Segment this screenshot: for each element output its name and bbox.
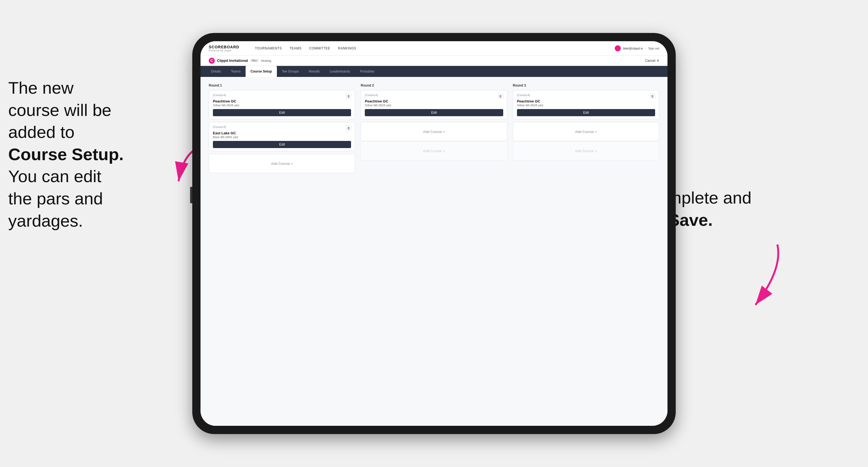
- round3-course-a-name: Peachtree GC: [517, 99, 655, 103]
- round3-course-a-edit-button[interactable]: Edit: [517, 109, 655, 116]
- round3-add-course-button[interactable]: Add Course +: [513, 122, 659, 141]
- left-annotation: The new course will be added to Course S…: [8, 77, 179, 232]
- top-nav-links: TOURNAMENTS TEAMS COMMITTEE RANKINGS: [251, 41, 615, 56]
- round1-course-a-delete-button[interactable]: 🗑: [346, 94, 351, 99]
- round3-course-a-header: (Course A) 🗑: [517, 94, 655, 99]
- round-2-column: Round 2 (Course A) 🗑 Peachtree GC Yellow…: [361, 84, 507, 173]
- course-a-header: (Course A) 🗑: [213, 94, 351, 99]
- logo-title: SCOREBOARD: [209, 45, 245, 49]
- annotation-line6: yardages.: [8, 211, 83, 230]
- trash-icon: 🗑: [347, 94, 350, 98]
- annotation-line4: You can edit: [8, 167, 101, 186]
- annotation-bold: Course Setup.: [8, 145, 124, 164]
- annotation-line1: The new: [8, 78, 73, 97]
- user-avatar: [615, 45, 621, 51]
- user-email: blair@clippd.io: [623, 47, 643, 50]
- round-3-label: Round 3: [513, 84, 659, 87]
- tab-course-setup[interactable]: Course Setup: [246, 66, 277, 77]
- hosting-badge: Hosting: [261, 59, 271, 62]
- sign-out-link[interactable]: Sign out: [648, 47, 659, 50]
- annotation-line2: course will be: [8, 100, 112, 120]
- course-b-label: (Course B): [213, 126, 226, 129]
- round2-course-a-card: (Course A) 🗑 Peachtree GC Yellow (M) (66…: [361, 90, 507, 119]
- tournament-title: Clippd Invitational: [217, 59, 248, 63]
- nav-link-tournaments[interactable]: TOURNAMENTS: [251, 41, 286, 56]
- tab-bar: Details Teams Course Setup Tee Groups Re…: [200, 66, 668, 77]
- logo-subtitle: Powered by clippd: [209, 49, 245, 52]
- nav-link-committee[interactable]: COMMITTEE: [305, 41, 334, 56]
- arrow-right-icon: [722, 242, 794, 313]
- course-b-header: (Course B) 🗑: [213, 126, 351, 130]
- top-navigation: SCOREBOARD Powered by clippd TOURNAMENTS…: [200, 41, 668, 56]
- close-icon: ✕: [656, 59, 659, 63]
- tab-results[interactable]: Results: [304, 66, 325, 77]
- trash-icon: 🗑: [499, 94, 502, 98]
- course-a-label: (Course A): [213, 94, 226, 97]
- round-1-column: Round 1 (Course A) 🗑 Peachtree GC Yellow…: [209, 84, 355, 173]
- tab-details[interactable]: Details: [206, 66, 226, 77]
- trash-icon: 🗑: [347, 126, 350, 130]
- nav-link-teams[interactable]: TEAMS: [286, 41, 305, 56]
- trash-icon: 🗑: [651, 94, 654, 98]
- gender-badge: Men: [250, 59, 259, 62]
- rounds-grid: Round 1 (Course A) 🗑 Peachtree GC Yellow…: [209, 84, 659, 173]
- top-nav-user: blair@clippd.io | Sign out: [615, 45, 659, 51]
- round2-course-a-name: Peachtree GC: [365, 99, 503, 103]
- c-logo: C: [209, 58, 215, 64]
- tab-printables[interactable]: Printables: [355, 66, 379, 77]
- tablet-side-button: [190, 187, 192, 203]
- tab-tee-groups[interactable]: Tee Groups: [277, 66, 304, 77]
- round-2-label: Round 2: [361, 84, 507, 87]
- round-3-column: Round 3 (Course A) 🗑 Peachtree GC Yellow…: [513, 84, 659, 173]
- round1-course-b-edit-button[interactable]: Edit: [213, 141, 351, 148]
- round1-course-a-name: Peachtree GC: [213, 99, 351, 103]
- round2-course-a-header: (Course A) 🗑: [365, 94, 503, 99]
- round1-course-a-tee: Yellow (M) (6629 yds): [213, 104, 351, 107]
- nav-link-rankings[interactable]: RANKINGS: [334, 41, 360, 56]
- round-1-label: Round 1: [209, 84, 355, 87]
- main-content: Round 1 (Course A) 🗑 Peachtree GC Yellow…: [200, 77, 668, 426]
- round2-course-a-edit-button[interactable]: Edit: [365, 109, 503, 116]
- round1-course-b-delete-button[interactable]: 🗑: [346, 126, 351, 130]
- tournament-name-area: C Clippd Invitational Men Hosting: [209, 58, 271, 64]
- round2-course-a-label: (Course A): [365, 94, 378, 97]
- tournament-bar: C Clippd Invitational Men Hosting Cancel…: [200, 56, 668, 66]
- tab-teams[interactable]: Teams: [226, 66, 246, 77]
- round3-course-a-card: (Course A) 🗑 Peachtree GC Yellow (M) (66…: [513, 90, 659, 119]
- scoreboard-logo: SCOREBOARD Powered by clippd: [209, 45, 245, 52]
- round1-course-b-name: East Lake GC: [213, 131, 351, 135]
- round2-add-course-button[interactable]: Add Course +: [361, 122, 507, 141]
- round3-add-course-disabled: Add Course +: [513, 141, 659, 160]
- round2-add-course-disabled: Add Course +: [361, 141, 507, 160]
- round3-course-a-tee: Yellow (M) (6629 yds): [517, 104, 655, 107]
- round1-course-b-card: (Course B) 🗑 East Lake GC Black (M) (689…: [209, 122, 355, 151]
- round1-course-a-card: (Course A) 🗑 Peachtree GC Yellow (M) (66…: [209, 90, 355, 119]
- round2-course-a-delete-button[interactable]: 🗑: [498, 94, 503, 99]
- round1-add-course-button[interactable]: Add Course +: [209, 154, 355, 173]
- round3-course-a-label: (Course A): [517, 94, 530, 97]
- round2-course-a-tee: Yellow (M) (6629 yds): [365, 104, 503, 107]
- tablet-screen: SCOREBOARD Powered by clippd TOURNAMENTS…: [200, 41, 668, 426]
- round1-course-a-edit-button[interactable]: Edit: [213, 109, 351, 116]
- cancel-button[interactable]: Cancel ✕: [645, 59, 659, 63]
- annotation-line3: added to: [8, 123, 74, 142]
- round1-course-b-tee: Black (M) (6891 yds): [213, 136, 351, 139]
- tablet-frame: SCOREBOARD Powered by clippd TOURNAMENTS…: [192, 33, 676, 434]
- annotation-line5: the pars and: [8, 189, 103, 208]
- round3-course-a-delete-button[interactable]: 🗑: [650, 94, 655, 99]
- tab-leaderboards[interactable]: Leaderboards: [325, 66, 355, 77]
